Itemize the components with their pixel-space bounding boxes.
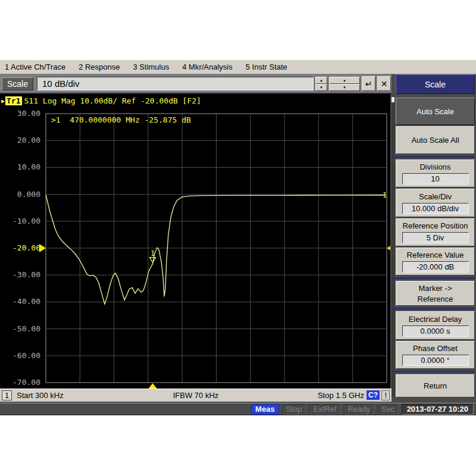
y-axis-tick-label: -30.00 <box>2 270 40 279</box>
softkey-marker-to-reference-line2: Reference <box>418 295 453 303</box>
softkey-divisions[interactable]: Divisions 10 <box>396 159 475 187</box>
y-axis-tick-label: -70.00 <box>2 378 40 387</box>
trace-info-line: ▶ Tr1 S11 Log Mag 10.00dB/ Ref -20.00dB … <box>1 96 201 105</box>
large-spinner: ▲ ▼ <box>329 77 360 91</box>
softkey-auto-scale-all[interactable]: Auto Scale All <box>396 126 475 154</box>
softkey-phase-offset-label: Phase Offset <box>413 344 458 353</box>
softkey-menu-title: Scale <box>396 74 475 94</box>
softkey-sidebar: Scale Auto Scale Auto Scale All Division… <box>392 74 476 403</box>
large-spinner-up-icon[interactable]: ▲ <box>329 77 360 84</box>
softkey-separator <box>392 277 475 279</box>
menu-response[interactable]: 2 Response <box>79 62 120 71</box>
instrument-screen: 1 Active Ch/Trace 2 Response 3 Stimulus … <box>0 60 476 415</box>
scale-toolbar: Scale 10 dB/div ▲ ▼ ▲ ▼ ↵ ✕ <box>0 74 393 94</box>
softkey-phase-offset-value: 0.0000 ° <box>402 355 469 366</box>
y-axis-tick-label: 10.00 <box>2 162 40 171</box>
menu-instr-state[interactable]: 5 Instr State <box>246 62 287 71</box>
softkey-scroll-thumb[interactable] <box>392 97 394 102</box>
s11-chart: 11 <box>0 94 390 389</box>
enter-icon[interactable]: ↵ <box>362 76 375 91</box>
y-axis-tick-label: -10.00 <box>2 217 40 226</box>
softkey-reference-value-value: -20.000 dB <box>402 261 469 273</box>
marker1-number: 1 <box>151 249 155 258</box>
status-ready: Ready <box>343 404 374 415</box>
reference-level-right-triangle-icon[interactable] <box>387 244 390 252</box>
menu-bar: 1 Active Ch/Trace 2 Response 3 Stimulus … <box>0 60 476 74</box>
status-meas: Meas <box>251 404 279 415</box>
softkey-reference-value-label: Reference Value <box>407 250 464 259</box>
softkey-separator <box>392 308 475 309</box>
channel-number-badge: 1 <box>2 390 12 400</box>
close-icon[interactable]: ✕ <box>377 76 391 91</box>
status-extref: ExtRef <box>309 404 340 415</box>
start-frequency-label: Start 300 kHz <box>17 391 64 400</box>
y-axis-tick-label: 20.00 <box>2 136 40 145</box>
softkey-scale-div-value: 10.000 dB/div <box>402 203 469 214</box>
menu-mkr-analysis[interactable]: 4 Mkr/Analysis <box>182 62 233 71</box>
softkey-phase-offset[interactable]: Phase Offset 0.0000 ° <box>396 341 475 369</box>
softkey-column: Scale Auto Scale Auto Scale All Division… <box>396 74 475 397</box>
channel-status-bar: 1 Start 300 kHz IFBW 70 kHz Stop 1.5 GHz… <box>0 389 392 402</box>
ifbw-label: IFBW 70 kHz <box>173 391 219 400</box>
softkey-divisions-label: Divisions <box>419 162 450 171</box>
softkey-scale-div[interactable]: Scale/Div 10.000 dB/div <box>396 189 475 217</box>
y-axis-tick-label: 30.00 <box>2 109 40 118</box>
small-spinner-down-icon[interactable]: ▼ <box>315 84 327 91</box>
y-axis-tick-label: -20.00 <box>2 243 40 252</box>
softkey-reference-value[interactable]: Reference Value -20.000 dB <box>396 248 475 275</box>
graph-area: 11 ▶ Tr1 S11 Log Mag 10.00dB/ Ref -20.00… <box>0 94 390 389</box>
trace1-format-text: S11 Log Mag 10.00dB/ Ref -20.00dB [F2] <box>24 96 201 105</box>
status-clock: 2013-07-27 10:20 <box>402 404 474 415</box>
menu-active-ch-trace[interactable]: 1 Active Ch/Trace <box>5 62 65 71</box>
instrument-status-bar: Meas Stop ExtRef Ready Svc 2013-07-27 10… <box>0 403 476 415</box>
correction-badge: C? <box>367 390 380 400</box>
softkey-marker-to-reference-line1: Marker -> <box>419 284 452 293</box>
softkey-electrical-delay-label: Electrical Delay <box>409 315 462 324</box>
y-axis-tick-label: -50.00 <box>2 324 40 333</box>
s11-trace <box>46 195 386 305</box>
active-trace-arrow-icon: ▶ <box>1 98 5 104</box>
y-axis-tick-label: -40.00 <box>2 297 40 306</box>
small-spinner-up-icon[interactable]: ▲ <box>315 77 327 84</box>
softkey-electrical-delay[interactable]: Electrical Delay 0.0000 s <box>396 311 475 340</box>
stop-frequency-label: Stop 1.5 GHz <box>318 391 364 400</box>
toolbar-scale-label: Scale <box>2 77 33 90</box>
warning-badge: ! <box>381 390 390 400</box>
scale-value-entry[interactable]: 10 dB/div <box>37 77 314 90</box>
marker1-readout: >1 470.0000000 MHz -25.875 dB <box>51 115 191 124</box>
y-axis-tick-label: 0.000 <box>2 190 40 199</box>
softkey-scale-div-label: Scale/Div <box>419 192 452 201</box>
y-axis-tick-label: -60.00 <box>2 351 40 360</box>
trace1-badge[interactable]: Tr1 <box>5 96 21 105</box>
trace-end-number: 1 <box>383 191 387 199</box>
large-spinner-down-icon[interactable]: ▼ <box>329 84 360 91</box>
softkey-scrollbar[interactable] <box>392 96 395 396</box>
softkey-reference-position-value: 5 Div <box>402 232 469 243</box>
softkey-electrical-delay-value: 0.0000 s <box>402 325 469 337</box>
small-spinner: ▲ ▼ <box>315 77 327 91</box>
softkey-reference-position-label: Reference Position <box>403 221 468 230</box>
softkey-separator <box>392 156 475 158</box>
softkey-divisions-value: 10 <box>402 173 469 184</box>
softkey-auto-scale[interactable]: Auto Scale <box>396 98 475 125</box>
softkey-separator <box>392 371 475 372</box>
softkey-return[interactable]: Return <box>396 374 475 397</box>
softkey-reference-position[interactable]: Reference Position 5 Div <box>396 218 475 246</box>
marker-stimulus-triangle-icon[interactable] <box>149 383 157 389</box>
softkey-marker-to-reference[interactable]: Marker -> Reference <box>396 281 475 306</box>
status-stop: Stop <box>282 404 306 415</box>
status-svc: Svc <box>377 404 399 415</box>
menu-stimulus[interactable]: 3 Stimulus <box>133 62 170 71</box>
